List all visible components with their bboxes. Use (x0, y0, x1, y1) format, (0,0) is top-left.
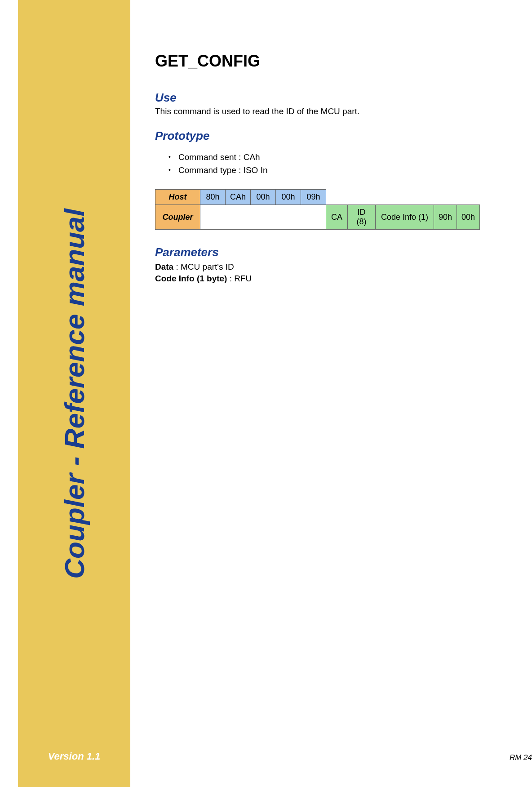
parameters-heading: Parameters (155, 245, 528, 259)
prototype-bullets: Command sent : CAh Command type : ISO In (168, 151, 528, 177)
use-heading: Use (155, 91, 528, 105)
coupler-label-cell: Coupler (155, 205, 200, 230)
empty-cell (200, 205, 326, 230)
list-item: Command sent : CAh (168, 151, 528, 164)
param-value: : RFU (227, 274, 252, 283)
host-byte-cell: 80h (200, 190, 226, 205)
coupler-byte-cell: 90h (434, 205, 457, 230)
version-label: Version 1.1 (48, 751, 101, 762)
page-title: GET_CONFIG (155, 52, 528, 71)
main-content: GET_CONFIG Use This command is used to r… (155, 52, 528, 284)
host-byte-cell: CAh (226, 190, 251, 205)
table-row: Coupler CA ID (8) Code Info (1) 90h 00h (155, 205, 480, 230)
coupler-byte-cell: ID (8) (348, 205, 376, 230)
coupler-byte-cell: 00h (457, 205, 480, 230)
sidebar: Coupler - Reference manual Version 1.1 (18, 0, 130, 787)
host-byte-cell: 00h (251, 190, 276, 205)
param-label: Data (155, 262, 173, 271)
param-value: : MCU part's ID (173, 262, 234, 271)
host-byte-cell: 00h (276, 190, 301, 205)
parameter-line: Code Info (1 byte) : RFU (155, 273, 528, 285)
protocol-table: Host 80h CAh 00h 00h 09h Coupler CA ID (… (155, 189, 480, 230)
table-row: Host 80h CAh 00h 00h 09h (155, 190, 480, 205)
list-item: Command type : ISO In (168, 164, 528, 177)
use-text: This command is used to read the ID of t… (155, 107, 528, 116)
host-label-cell: Host (155, 190, 200, 205)
coupler-byte-cell: Code Info (1) (376, 205, 434, 230)
param-label: Code Info (1 byte) (155, 274, 227, 283)
host-byte-cell: 09h (301, 190, 326, 205)
prototype-heading: Prototype (155, 129, 528, 143)
document-title: Coupler - Reference manual (58, 209, 90, 578)
coupler-byte-cell: CA (326, 205, 348, 230)
footer-page-ref: RM 24 (510, 753, 532, 762)
parameter-line: Data : MCU part's ID (155, 261, 528, 273)
empty-cell (326, 190, 480, 205)
